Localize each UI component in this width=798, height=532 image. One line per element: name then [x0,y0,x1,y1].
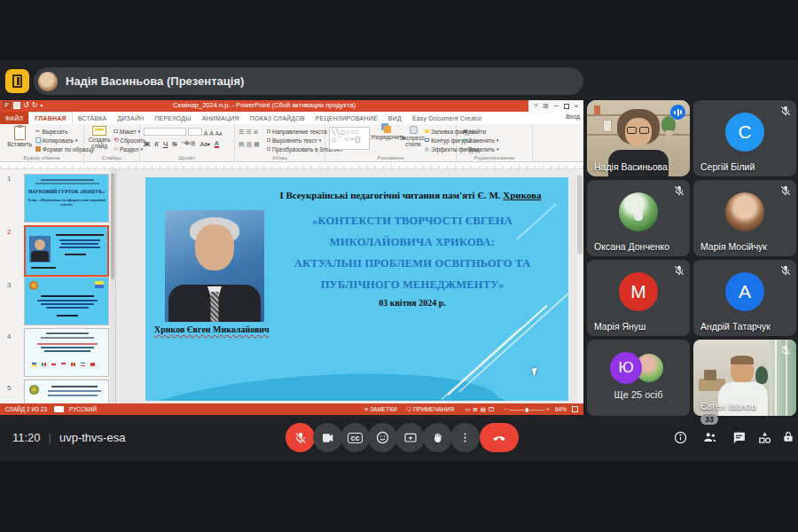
more-options-button[interactable] [450,423,480,452]
slide-date[interactable]: 03 квітня 2024 р. [266,298,559,308]
slide-title-line[interactable]: МИКОЛАЙОВИЧА ХРИКОВА: [266,236,559,249]
slide-title-line[interactable]: «КОНТЕКСТИ ТВОРЧОСТІ ЄВГЕНА [266,215,559,228]
language-indicator[interactable]: РУССКИЙ [69,406,97,412]
align-buttons[interactable]: ▤▥▦ [239,141,262,148]
thumbnail-5[interactable] [24,379,109,403]
presenter-banner[interactable]: Надія Васиньова (Презентація) [34,67,583,95]
shapes-gallery[interactable]: ╲╲◻○○□△⌒☆⇨{} [329,127,370,150]
activities-button[interactable] [755,427,774,447]
camera-toggle-button[interactable] [313,423,342,452]
tab-insert[interactable]: ВСТАВКА [73,112,113,124]
chat-button[interactable] [729,427,748,447]
overflow-participants-tile[interactable]: Ю Ще 25 осіб [587,340,690,416]
participant-tile[interactable]: Оксана Донченко [587,180,690,256]
tab-easy-document-creator[interactable]: Easy Document Creator [407,112,488,124]
host-controls-button[interactable] [778,427,798,447]
participant-tile[interactable]: С Сергій Білий [693,100,796,176]
clipboard-icon [14,126,26,140]
clear-formatting-icon[interactable]: 🗛 [215,130,223,137]
zoom-slider[interactable]: − ────▮──── + [504,406,550,413]
group-drawing: ╲╲◻○○□△⌒☆⇨{} Упорядочить Экспресс-стили … [325,124,457,161]
slide-area-scrollbar[interactable] [576,169,583,403]
ppt-title-bar[interactable]: P ↺ ↻ ▾ Семінар_2024 н.р. - PowerPoint (… [0,100,528,112]
tab-slideshow[interactable]: ПОКАЗ СЛАЙДОВ [245,112,310,124]
minimize-button[interactable]: ─ [553,102,559,110]
strikethrough-button[interactable]: S [172,140,176,148]
participant-tile-video[interactable]: Надія Васиньова [587,100,690,176]
change-case-icon[interactable]: Аа▾ [200,141,210,148]
raise-hand-button[interactable] [423,423,452,452]
italic-button[interactable]: К [154,140,159,148]
tab-design[interactable]: ДИЗАЙН [112,112,149,124]
participant-tile[interactable]: Марія Мосійчук [693,180,796,256]
slide-title-line[interactable]: АКТУАЛЬНІ ПРОБЛЕМИ ОСВІТНЬОГО ТА [266,257,559,270]
captions-button[interactable]: cc [340,423,370,452]
notes-toggle[interactable]: ≡ ЗАМЕТКИ [365,406,397,412]
powerpoint-window: P ↺ ↻ ▾ Семінар_2024 н.р. - PowerPoint (… [0,100,583,415]
participant-tile[interactable]: А Андрій Татарчук [693,260,796,336]
slide-heading[interactable]: І Всеукраїнські педагогічні читання пам'… [259,190,562,200]
participant-tile[interactable]: М Марія Януш [587,260,690,336]
text-direction-icon [267,129,270,133]
meeting-info: 11:20 | uvp-thvs-esa [12,431,125,444]
new-slide-button[interactable]: Создать слайд [86,126,113,149]
keyboard-language-icon[interactable] [54,406,64,412]
thumb-number: 4 [7,332,11,340]
replace-icon: ⇄ [462,137,466,144]
quick-styles-button[interactable]: Экспресс-стили [402,126,425,147]
mic-muted-icon [673,184,685,197]
slide-portrait-photo[interactable] [165,210,264,322]
participants-count-badge: 33 [700,414,718,425]
tab-file[interactable]: ФАЙЛ [0,112,28,124]
char-spacing-icon[interactable]: ᴬ�噢 [182,140,196,148]
thumbnail-3[interactable] [24,277,109,325]
font-size-box[interactable] [188,128,202,136]
tab-transitions[interactable]: ПЕРЕХОДЫ [149,112,196,124]
thumbnail-1[interactable]: НАУКОВИЙ ГУРТОК «ПОШУК» Тема: «Підготовк… [24,174,109,223]
thumbnail-2-selected[interactable] [24,225,109,277]
reset-icon: ⟲ [113,137,118,144]
show-participants-button[interactable] [700,427,720,447]
select-button[interactable]: ▻Выделить▾ [462,145,499,153]
paste-button[interactable]: Вставить [5,126,34,147]
arrange-button[interactable]: Упорядочить [373,126,402,140]
slide-editing-area[interactable]: І Всеукраїнські педагогічні читання пам'… [115,169,576,403]
select-icon: ▻ [462,145,466,153]
fit-to-window-icon[interactable] [572,406,578,412]
close-button[interactable]: × [575,102,579,110]
tab-review[interactable]: РЕЦЕНЗИРОВАНИЕ [310,112,383,124]
replace-button[interactable]: ⇄Заменить▾ [462,136,499,145]
participant-name: Сергій Білий [700,161,755,172]
comments-toggle[interactable]: 🗨︎ ПРИМЕЧАНИЯ [406,406,454,412]
underline-button[interactable]: Ч [163,140,168,148]
thumbnail-4[interactable] [24,328,109,377]
slide-title-line[interactable]: ПУБЛІЧНОГО МЕНЕДЖМЕНТУ» [266,278,559,292]
reactions-button[interactable] [368,423,397,452]
font-color-icon[interactable]: А [215,140,219,148]
end-call-button[interactable] [480,423,519,452]
mic-toggle-button[interactable] [286,423,315,452]
cc-icon: cc [348,433,362,443]
list-buttons[interactable]: ☰☰≣ [239,129,260,136]
help-button[interactable]: ? [534,102,537,110]
slide-thumbnail-panel[interactable]: 1 НАУКОВИЙ ГУРТОК «ПОШУК» Тема: «Підгото… [0,169,115,403]
font-name-box[interactable] [144,128,186,136]
restore-button[interactable] [564,104,569,109]
tab-home[interactable]: ГЛАВНАЯ [28,112,72,124]
sign-in-link[interactable]: Вход [566,113,580,120]
scissors-icon: ✂ [35,128,40,135]
photo-caption[interactable]: Хриков Євген Миколайович [154,325,270,334]
ribbon-display-button[interactable]: ⊞ [543,102,549,110]
find-button[interactable]: 🔎︎Найти [462,127,499,136]
letter-avatar: С [725,113,764,152]
grow-shrink-font-icons[interactable]: А́ А̀ [204,130,215,137]
bold-button[interactable]: Ж [144,140,150,148]
view-buttons[interactable]: ▭⊞▤🗖 [465,406,497,413]
tab-view[interactable]: ВИД [383,112,407,124]
zoom-percent[interactable]: 64% [555,406,567,412]
current-slide[interactable]: І Всеукраїнські педагогічні читання пам'… [145,177,568,401]
tab-animations[interactable]: АНИМАЦИЯ [197,112,245,124]
participant-tile-video[interactable]: Євген Іванов [693,340,796,416]
present-screen-button[interactable] [395,423,425,452]
meeting-details-button[interactable] [670,427,690,447]
